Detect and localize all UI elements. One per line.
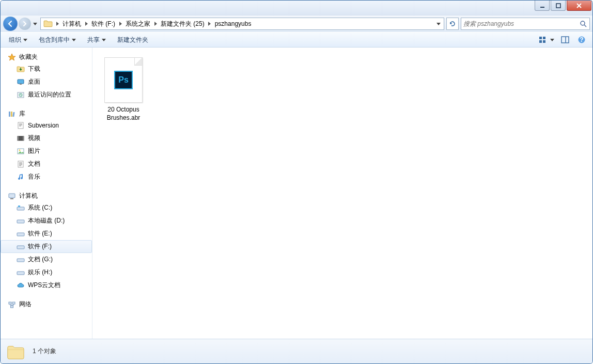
- refresh-button[interactable]: [446, 18, 459, 30]
- navigation-pane: 收藏夹 下载 桌面 最近访问的位置 库: [1, 48, 92, 339]
- minimize-button[interactable]: [535, 1, 550, 11]
- sidebar-item-drive-g[interactable]: 文档 (G:): [1, 253, 92, 266]
- sidebar-item-desktop[interactable]: 桌面: [1, 75, 92, 88]
- svg-rect-19: [18, 122, 23, 129]
- cloud-icon: [17, 281, 25, 290]
- sidebar-item-label: 音乐: [28, 172, 40, 181]
- breadcrumb-sep[interactable]: [83, 22, 89, 26]
- breadcrumb: 计算机 软件 (F:) 系统之家 新建文件夹 (25) pszhangyubs: [54, 18, 433, 29]
- breadcrumb-item[interactable]: 软件 (F:): [89, 18, 117, 29]
- svg-rect-0: [540, 7, 544, 8]
- breadcrumb-sep[interactable]: [152, 22, 159, 26]
- star-icon: [8, 53, 16, 61]
- chevron-down-icon: [436, 23, 441, 25]
- close-button[interactable]: [567, 1, 591, 11]
- favorites-header[interactable]: 收藏夹: [1, 52, 92, 62]
- sidebar-item-drive-c[interactable]: 系统 (C:): [1, 201, 92, 214]
- maximize-icon: [555, 3, 561, 9]
- network-group: 网络: [1, 299, 92, 310]
- chevron-right-icon: [56, 22, 59, 26]
- sidebar-item-videos[interactable]: 视频: [1, 132, 92, 145]
- libraries-label: 库: [19, 109, 25, 118]
- organize-button[interactable]: 组织: [5, 34, 32, 46]
- address-dropdown[interactable]: [433, 18, 443, 29]
- share-button[interactable]: 共享: [83, 34, 110, 46]
- include-in-library-button[interactable]: 包含到库中: [35, 34, 80, 46]
- svg-rect-12: [18, 80, 24, 84]
- breadcrumb-item[interactable]: 计算机: [60, 18, 83, 29]
- svg-rect-1: [556, 4, 560, 8]
- back-button[interactable]: [3, 17, 18, 31]
- back-arrow-icon: [7, 20, 14, 27]
- svg-point-2: [581, 21, 585, 25]
- sidebar-item-documents[interactable]: 文档: [1, 157, 92, 170]
- breadcrumb-item[interactable]: 系统之家: [123, 18, 152, 29]
- libraries-group: 库 Subversion 视频 图片 文档: [1, 108, 92, 183]
- network-label: 网络: [19, 300, 32, 309]
- sidebar-item-drive-d[interactable]: 本地磁盘 (D:): [1, 214, 92, 227]
- video-icon: [17, 134, 25, 143]
- svg-rect-8: [561, 37, 569, 43]
- sidebar-item-music[interactable]: 音乐: [1, 170, 92, 183]
- drive-icon: [17, 230, 25, 238]
- chevron-down-icon: [550, 39, 554, 41]
- file-item[interactable]: Ps 20 Octopus Brushes.abr: [99, 54, 148, 125]
- breadcrumb-root-sep[interactable]: [54, 22, 60, 26]
- include-label: 包含到库中: [39, 36, 70, 44]
- preview-pane-button[interactable]: [558, 34, 572, 45]
- change-view-dropdown[interactable]: [549, 39, 555, 41]
- breadcrumb-sep[interactable]: [207, 22, 213, 26]
- sidebar-item-subversion[interactable]: Subversion: [1, 119, 92, 132]
- sidebar-item-label: 本地磁盘 (D:): [28, 216, 65, 225]
- svg-rect-28: [17, 207, 24, 210]
- folder-icon: [43, 19, 53, 28]
- svg-rect-35: [9, 302, 11, 304]
- chevron-right-icon: [119, 22, 122, 26]
- svg-text:?: ?: [580, 36, 583, 43]
- breadcrumb-sep[interactable]: [117, 22, 123, 26]
- svg-rect-25: [18, 161, 23, 167]
- sidebar-item-recent[interactable]: 最近访问的位置: [1, 88, 92, 101]
- svg-rect-27: [10, 198, 13, 199]
- svg-rect-33: [17, 259, 24, 262]
- computer-header[interactable]: 计算机: [1, 191, 92, 201]
- recent-icon: [17, 91, 25, 99]
- sidebar-item-label: 文档: [28, 160, 40, 168]
- breadcrumb-item[interactable]: pszhangyubs: [213, 18, 254, 29]
- view-icon: [538, 36, 547, 44]
- search-box[interactable]: [461, 18, 590, 30]
- network-header[interactable]: 网络: [1, 299, 92, 310]
- file-list-area[interactable]: Ps 20 Octopus Brushes.abr: [92, 48, 592, 339]
- help-button[interactable]: ?: [575, 34, 588, 45]
- status-text: 1 个对象: [33, 347, 56, 356]
- minimize-icon: [539, 3, 545, 9]
- svg-rect-26: [9, 194, 15, 198]
- svg-rect-32: [17, 246, 24, 249]
- details-pane: 1 个对象: [1, 339, 592, 363]
- svn-icon: [17, 121, 25, 130]
- search-input[interactable]: [463, 19, 579, 29]
- new-folder-button[interactable]: 新建文件夹: [113, 34, 152, 46]
- sidebar-item-wps-cloud[interactable]: WPS云文档: [1, 279, 92, 292]
- sidebar-item-label: 娱乐 (H:): [28, 268, 52, 277]
- explorer-window: 计算机 软件 (F:) 系统之家 新建文件夹 (25) pszhangyubs …: [0, 0, 593, 364]
- maximize-button[interactable]: [551, 1, 566, 11]
- nav-history-dropdown[interactable]: [32, 18, 38, 30]
- svg-rect-13: [20, 84, 22, 85]
- sidebar-item-drive-h[interactable]: 娱乐 (H:): [1, 266, 92, 279]
- change-view-button[interactable]: [536, 34, 549, 45]
- navigation-bar: 计算机 软件 (F:) 系统之家 新建文件夹 (25) pszhangyubs: [1, 15, 592, 32]
- sidebar-item-pictures[interactable]: 图片: [1, 145, 92, 157]
- breadcrumb-item[interactable]: 新建文件夹 (25): [159, 18, 207, 29]
- newfolder-label: 新建文件夹: [117, 36, 148, 44]
- refresh-icon: [449, 20, 456, 27]
- forward-button[interactable]: [19, 18, 31, 30]
- sidebar-item-downloads[interactable]: 下载: [1, 62, 92, 75]
- svg-rect-34: [17, 272, 24, 275]
- drive-icon: [17, 243, 25, 251]
- sidebar-item-drive-e[interactable]: 软件 (E:): [1, 227, 92, 240]
- sidebar-item-drive-f[interactable]: 软件 (F:): [1, 240, 92, 253]
- sidebar-item-label: 桌面: [28, 77, 40, 86]
- address-bar[interactable]: 计算机 软件 (F:) 系统之家 新建文件夹 (25) pszhangyubs: [40, 18, 444, 30]
- libraries-header[interactable]: 库: [1, 108, 92, 119]
